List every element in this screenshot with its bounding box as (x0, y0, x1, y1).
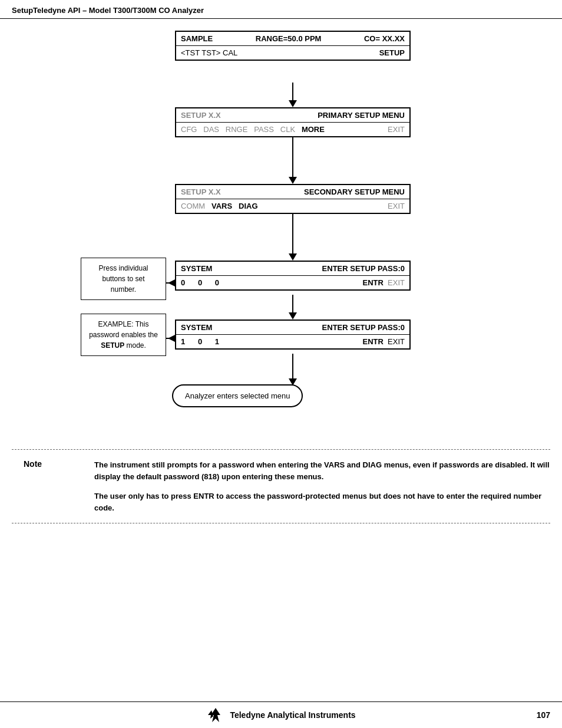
company-logo-icon (206, 707, 225, 723)
screen4-entr-exit: ENTR EXIT (362, 278, 405, 287)
screen5-row2: 1 0 1 ENTR EXIT (176, 335, 409, 348)
diagram-container: SAMPLE RANGE=50.0 PPM CO= XX.XX <TST TST… (81, 31, 481, 431)
screen4-system: SYSTEM (181, 264, 212, 273)
screen1-menu-items: <TST TST> CAL (181, 48, 237, 57)
page-footer: Teledyne Analytical Instruments 107 (0, 701, 562, 728)
note-para2: The user only has to press ENTR to acces… (94, 490, 550, 513)
screen4: SYSTEM ENTER SETUP PASS:0 0 0 0 ENTR EXI… (175, 261, 411, 291)
screen5-digits: 1 0 1 (181, 337, 219, 346)
svg-marker-11 (168, 279, 175, 286)
footer-company: Teledyne Analytical Instruments (230, 710, 355, 720)
connector-arrows (81, 31, 481, 431)
screen3-setup-ver: SETUP X.X (181, 187, 221, 196)
screen3-diag: DIAG (239, 202, 258, 210)
screen3-row1: SETUP X.X SECONDARY SETUP MENU (176, 185, 409, 199)
screen3-row2: COMM VARS DIAG EXIT (176, 199, 409, 213)
footer-logo: Teledyne Analytical Instruments (206, 707, 355, 723)
screen5-row1: SYSTEM ENTER SETUP PASS:0 (176, 321, 409, 335)
screen2-setup-ver: SETUP X.X (181, 111, 221, 120)
note-content: The instrument still prompts for a passw… (94, 459, 550, 513)
screen2: SETUP X.X PRIMARY SETUP MENU CFG DAS RNG… (175, 107, 411, 137)
screen1-co: CO= XX.XX (364, 34, 405, 43)
screen2-title: PRIMARY SETUP MENU (318, 111, 405, 120)
screen4-row2: 0 0 0 ENTR EXIT (176, 276, 409, 289)
callout2-bold: SETUP (101, 341, 124, 350)
screen5-entr-exit: ENTR EXIT (362, 337, 405, 346)
screen4-title: ENTER SETUP PASS:0 (322, 264, 405, 273)
screen4-digits: 0 0 0 (181, 278, 219, 287)
screen3-comm: COMM VARS DIAG (181, 202, 258, 210)
main-content: SAMPLE RANGE=50.0 PPM CO= XX.XX <TST TST… (0, 19, 562, 559)
screen1-setup: SETUP (379, 48, 405, 57)
screen3-vars: VARS (211, 202, 232, 210)
screen3-title: SECONDARY SETUP MENU (304, 187, 405, 196)
screen2-row2: CFG DAS RNGE PASS CLK MORE EXIT (176, 123, 409, 136)
callout2: EXAMPLE: This password enables the SETUP… (81, 314, 166, 356)
svg-marker-7 (289, 312, 297, 319)
screen3-exit: EXIT (388, 202, 405, 210)
footer-page-number: 107 (537, 710, 550, 720)
screen3: SETUP X.X SECONDARY SETUP MENU COMM VARS… (175, 184, 411, 214)
svg-marker-3 (289, 177, 297, 184)
callout1: Press individual buttons to set number. (81, 258, 166, 300)
note-label: Note (12, 459, 82, 513)
page-header: SetupTeledyne API – Model T300/T300M CO … (0, 0, 562, 19)
svg-marker-5 (289, 253, 297, 261)
note-para1: The instrument still prompts for a passw… (94, 459, 550, 482)
screen1-range: RANGE=50.0 PPM (256, 34, 322, 43)
svg-marker-15 (208, 710, 213, 719)
screen1-row2: <TST TST> CAL SETUP (176, 46, 409, 60)
screen1: SAMPLE RANGE=50.0 PPM CO= XX.XX <TST TST… (175, 31, 411, 61)
note-section: Note The instrument still prompts for a … (12, 449, 550, 523)
oval-text: Analyzer enters selected menu (172, 384, 303, 407)
screen5-title: ENTER SETUP PASS:0 (322, 323, 405, 332)
diagram-area: SAMPLE RANGE=50.0 PPM CO= XX.XX <TST TST… (12, 31, 550, 431)
callout2-text: EXAMPLE: This password enables the SETUP… (89, 320, 158, 350)
screen2-row1: SETUP X.X PRIMARY SETUP MENU (176, 108, 409, 123)
screen1-row1: SAMPLE RANGE=50.0 PPM CO= XX.XX (176, 32, 409, 46)
screen1-sample: SAMPLE (181, 34, 213, 43)
screen2-items: CFG DAS RNGE PASS CLK MORE (181, 125, 325, 134)
callout1-text: Press individual buttons to set number. (98, 264, 148, 294)
svg-marker-13 (168, 335, 175, 342)
screen2-more: MORE (302, 125, 325, 134)
svg-marker-1 (289, 100, 297, 107)
screen5: SYSTEM ENTER SETUP PASS:0 1 0 1 ENTR EXI… (175, 319, 411, 350)
screen4-row1: SYSTEM ENTER SETUP PASS:0 (176, 262, 409, 276)
screen5-system: SYSTEM (181, 323, 212, 332)
screen2-exit: EXIT (388, 125, 405, 134)
oval-result: Analyzer enters selected menu (172, 384, 337, 407)
